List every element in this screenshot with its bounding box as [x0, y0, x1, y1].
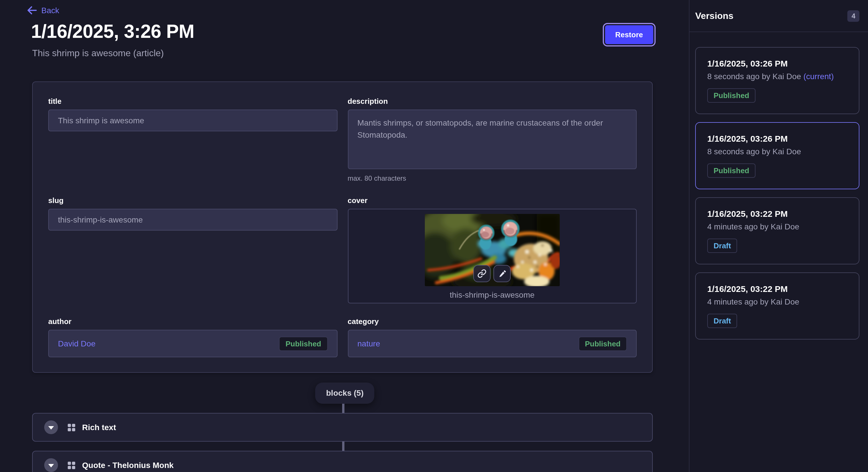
- page-title: 1/16/2025, 3:26 PM: [31, 21, 194, 42]
- back-arrow-icon: [28, 6, 37, 14]
- category-status-badge: Published: [579, 336, 627, 351]
- back-label: Back: [41, 6, 59, 15]
- version-card[interactable]: 1/16/2025, 03:26 PM 8 seconds ago by Kai…: [695, 47, 859, 114]
- version-date: 1/16/2025, 03:22 PM: [707, 284, 847, 294]
- version-date: 1/16/2025, 03:26 PM: [707, 134, 847, 143]
- description-helper-text: max. 80 characters: [348, 174, 637, 182]
- author-relation-box: David Doe Published: [48, 330, 337, 357]
- cover-filename: this-shrimp-is-awesome: [450, 290, 535, 299]
- link-icon: [477, 269, 487, 278]
- title-input: [48, 109, 337, 131]
- version-status-badge: Published: [707, 88, 755, 103]
- slug-label: slug: [48, 196, 337, 205]
- field-author: author David Doe Published: [48, 317, 337, 357]
- page-subtitle: This shrimp is awesome (article): [32, 48, 164, 59]
- pencil-icon: [498, 269, 507, 278]
- drag-handle-icon[interactable]: [68, 424, 75, 431]
- version-history-page: Back 1/16/2025, 3:26 PM This shrimp is a…: [0, 0, 868, 472]
- versions-title: Versions: [695, 11, 733, 21]
- chevron-down-icon: [48, 426, 54, 429]
- version-status-badge: Draft: [707, 239, 737, 253]
- entry-fields-card: title description Mantis shrimps, or sto…: [32, 81, 653, 373]
- description-textarea: Mantis shrimps, or stomatopods, are mari…: [348, 109, 637, 169]
- field-description: description Mantis shrimps, or stomatopo…: [348, 97, 637, 182]
- restore-button[interactable]: Restore: [605, 25, 653, 44]
- restore-button-focus-ring: Restore: [602, 23, 656, 46]
- blocks-count-pill: blocks (5): [315, 382, 375, 404]
- accordion-toggle-button[interactable]: [44, 458, 58, 472]
- block-accordion-label: Rich text: [82, 423, 116, 432]
- version-date: 1/16/2025, 03:22 PM: [707, 209, 847, 218]
- version-card[interactable]: 1/16/2025, 03:22 PM 4 minutes ago by Kai…: [695, 197, 859, 264]
- category-label: category: [348, 317, 637, 326]
- main-panel: Back 1/16/2025, 3:26 PM This shrimp is a…: [0, 0, 689, 472]
- author-relation-link[interactable]: David Doe: [58, 339, 96, 348]
- field-category: category nature Published: [348, 317, 637, 357]
- version-card[interactable]: 1/16/2025, 03:22 PM 4 minutes ago by Kai…: [695, 272, 859, 339]
- version-date: 1/16/2025, 03:26 PM: [707, 59, 847, 68]
- description-label: description: [348, 97, 637, 105]
- cover-media-box: this-shrimp-is-awesome: [348, 209, 637, 303]
- blocks-connector-line: [342, 442, 344, 451]
- version-card[interactable]: 1/16/2025, 03:26 PM 8 seconds ago by Kai…: [695, 122, 859, 189]
- author-label: author: [48, 317, 337, 326]
- field-title: title: [48, 97, 337, 182]
- versions-count-badge: 4: [848, 10, 859, 22]
- drag-handle-icon[interactable]: [68, 461, 75, 469]
- version-meta: 8 seconds ago by Kai Doe(current): [707, 72, 847, 81]
- block-accordion-rich-text[interactable]: Rich text: [32, 413, 653, 442]
- accordion-toggle-button[interactable]: [44, 420, 58, 434]
- current-tag: (current): [803, 72, 834, 81]
- back-link[interactable]: Back: [28, 6, 59, 15]
- version-status-badge: Draft: [707, 314, 737, 328]
- versions-sidebar: Versions 4 1/16/2025, 03:26 PM 8 seconds…: [689, 0, 868, 472]
- version-meta: 8 seconds ago by Kai Doe: [707, 147, 847, 156]
- versions-header: Versions 4: [689, 0, 868, 32]
- author-status-badge: Published: [279, 336, 328, 351]
- block-accordion-quote[interactable]: Quote - Thelonius Monk: [32, 451, 653, 472]
- title-label: title: [48, 97, 337, 105]
- field-slug: slug: [48, 196, 337, 303]
- blocks-connector-line: [342, 404, 344, 413]
- slug-input: [48, 209, 337, 231]
- versions-list: 1/16/2025, 03:26 PM 8 seconds ago by Kai…: [689, 32, 868, 339]
- category-relation-box: nature Published: [348, 330, 637, 357]
- category-relation-link[interactable]: nature: [358, 339, 380, 348]
- cover-media-actions: [474, 265, 511, 282]
- chevron-down-icon: [48, 464, 54, 467]
- block-accordion-label: Quote - Thelonius Monk: [82, 461, 174, 470]
- version-meta: 4 minutes ago by Kai Doe: [707, 222, 847, 231]
- edit-media-button[interactable]: [494, 265, 511, 282]
- copy-link-button[interactable]: [474, 265, 491, 282]
- field-cover: cover: [348, 196, 637, 303]
- version-status-badge: Published: [707, 164, 755, 178]
- version-meta: 4 minutes ago by Kai Doe: [707, 297, 847, 306]
- cover-label: cover: [348, 196, 637, 205]
